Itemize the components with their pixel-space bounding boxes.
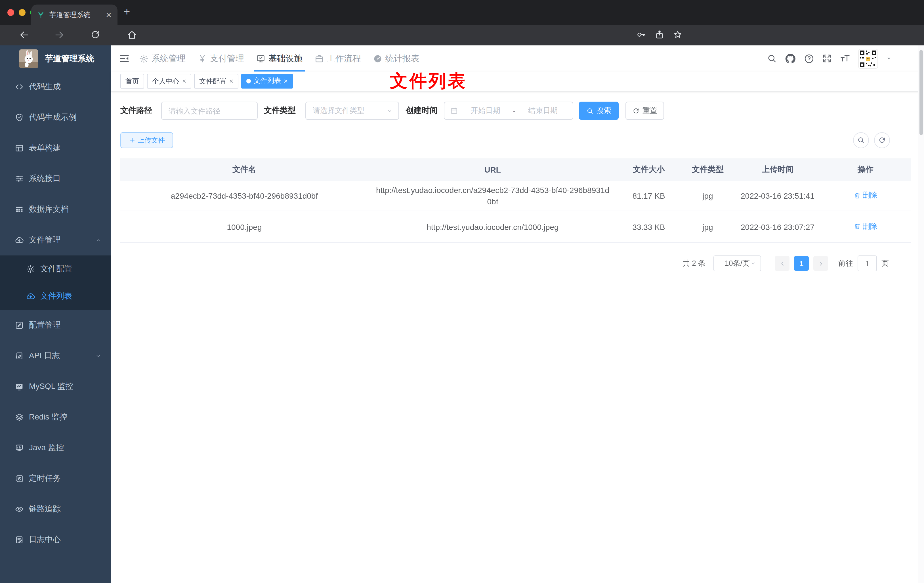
window-close-button[interactable] [7,9,14,16]
form-grid-icon [15,144,24,153]
tag-file-list[interactable]: 文件列表× [241,74,293,89]
trash-icon [854,192,861,199]
tag-file-config[interactable]: 文件配置× [194,74,238,89]
help-icon[interactable] [804,53,815,64]
tab-payment[interactable]: 支付管理 [198,45,244,71]
sidebar-item-form-builder[interactable]: 表单构建 [0,133,111,164]
home-icon[interactable] [127,30,137,40]
font-size-icon[interactable] [840,53,851,64]
monitor-icon [15,443,24,453]
tab-label: 统计报表 [385,53,419,64]
avatar-caret-icon[interactable] [885,55,892,62]
tag-close-icon[interactable]: × [182,78,186,86]
sidebar-item-code-example[interactable]: 代码生成示例 [0,102,111,133]
window-minimize-button[interactable] [19,9,26,16]
tag-close-icon[interactable]: × [229,78,233,86]
screen: 芋道管理系统 ✕ + 127.0.0.1 :1024/infra/file/fi… [0,0,924,583]
tab-infra[interactable]: 基础设施 [256,45,302,71]
file-type-select[interactable]: 请选择文件类型 [305,102,399,120]
sidebar-item-java-monitor[interactable]: Java 监控 [0,433,111,463]
sidebar-item-file-config[interactable]: 文件配置 [0,256,111,283]
tab-title: 芋道管理系统 [50,10,106,20]
sidebar-item-code-generation[interactable]: 代码生成 [0,71,111,102]
toggle-search-button[interactable] [853,132,869,148]
sidebar-fold-icon[interactable] [119,53,130,64]
sidebar-item-system-api[interactable]: 系统接口 [0,164,111,194]
table-header-row: 文件名URL文件大小文件类型上传时间操作 [120,159,911,181]
chevron-right-icon [817,260,824,267]
current-page-button[interactable]: 1 [794,256,809,271]
bookmark-star-icon[interactable] [673,30,683,40]
app-logo-row[interactable]: 芋道管理系统 [0,45,111,71]
date-range-picker[interactable]: 开始日期 - 结束日期 [444,102,573,120]
toggle-search-icon [857,136,865,144]
cloud-download-icon [15,236,24,244]
sidebar-item-file-management[interactable]: 文件管理 [0,225,111,256]
cell-file-size: 81.17 KB [617,187,680,205]
sidebar-item-config-management[interactable]: 配置管理 [0,310,111,340]
log-icon [15,535,24,544]
back-icon[interactable] [19,30,30,40]
app-window: 芋道管理系统 代码生成代码生成示例表单构建系统接口数据库文档文件管理文件配置文件… [0,45,924,583]
tab-workflow[interactable]: 工作流程 [314,45,361,71]
column-header: URL [368,165,617,174]
reset-button-label: 重置 [642,106,657,116]
date-start-placeholder: 开始日期 [462,106,510,116]
search-button-label: 搜索 [597,106,611,116]
next-page-button[interactable] [813,256,828,271]
fullscreen-icon[interactable] [822,53,832,64]
cell-actions: 删除 [820,187,911,205]
trash-icon [854,223,861,230]
browser-tab[interactable]: 芋道管理系统 ✕ [31,5,117,25]
plus-icon [129,137,135,144]
scrollbar-thumb[interactable] [919,50,923,135]
prev-page-button[interactable] [775,256,789,271]
app-title: 芋道管理系统 [45,53,94,64]
doc-edit-icon [15,352,24,360]
tab-system[interactable]: 系统管理 [139,45,186,71]
sidebar-menu: 代码生成代码生成示例表单构建系统接口数据库文档文件管理文件配置文件列表配置管理A… [0,71,111,555]
avatar[interactable] [858,48,878,68]
github-icon[interactable] [784,53,796,64]
sidebar-item-scheduled-task[interactable]: 定时任务 [0,463,111,494]
sidebar-item-label: MySQL 监控 [29,382,73,392]
reload-icon[interactable] [90,30,101,40]
column-header: 文件大小 [617,165,680,175]
cell-file-type: jpg [680,187,735,205]
page-size-select[interactable]: 10条/页 [713,256,761,271]
tab-close-icon[interactable]: ✕ [106,10,112,19]
sidebar-item-label: 系统接口 [29,174,61,184]
sidebar-item-log-center[interactable]: 日志中心 [0,525,111,555]
upload-file-button[interactable]: 上传文件 [120,132,173,148]
briefcase-icon [314,54,324,63]
tag-home[interactable]: 首页 [120,74,144,89]
sidebar-item-file-list[interactable]: 文件列表 [0,283,111,310]
reset-button[interactable]: 重置 [625,102,664,120]
sidebar-item-label: 定时任务 [29,474,61,484]
forward-icon[interactable] [54,30,65,40]
tag-close-icon[interactable]: × [284,77,288,85]
tags-bar: 首页个人中心×文件配置×文件列表× 文件列表 [111,71,924,91]
sidebar-item-trace[interactable]: 链路追踪 [0,494,111,525]
file-table: 文件名URL文件大小文件类型上传时间操作a294ecb2-73dd-4353-b… [120,159,911,243]
sidebar-item-redis-monitor[interactable]: Redis 监控 [0,402,111,433]
refresh-table-button[interactable] [874,132,890,148]
yen-icon [198,54,207,63]
delete-button[interactable]: 删除 [854,190,878,201]
share-icon[interactable] [654,30,665,40]
password-key-icon[interactable] [636,30,647,40]
search-button[interactable]: 搜索 [579,102,619,120]
create-time-label: 创建时间 [406,106,437,116]
sidebar-item-db-doc[interactable]: 数据库文档 [0,194,111,225]
delete-button[interactable]: 删除 [854,221,878,232]
tab-report[interactable]: 统计报表 [373,45,419,71]
file-path-input[interactable] [162,106,257,115]
tag-profile[interactable]: 个人中心× [147,74,191,89]
tag-active-dot [246,79,251,83]
sidebar-item-api-log[interactable]: API 日志 [0,340,111,371]
sidebar-item-label: Redis 监控 [29,412,67,422]
search-icon[interactable] [767,53,777,64]
new-tab-button[interactable]: + [124,6,130,18]
goto-page-input[interactable] [858,256,877,271]
sidebar-item-mysql-monitor[interactable]: MySQL 监控 [0,371,111,402]
